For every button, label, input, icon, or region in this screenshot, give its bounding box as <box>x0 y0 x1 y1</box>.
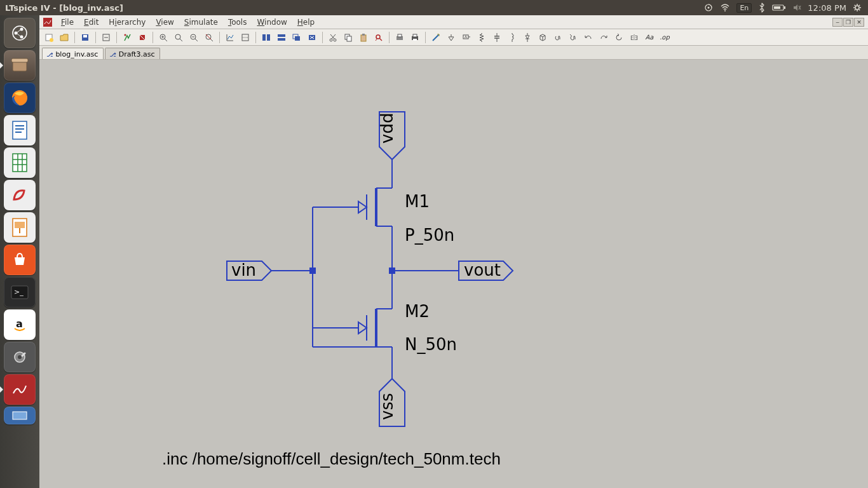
svg-point-78 <box>330 39 332 41</box>
zoom-fit-icon[interactable] <box>202 31 216 44</box>
move-icon[interactable] <box>551 31 565 44</box>
tab-blog-inv[interactable]: ⎇ blog_inv.asc <box>42 48 104 59</box>
redo-icon[interactable] <box>597 31 611 44</box>
pick-visible-traces-icon[interactable] <box>238 31 252 44</box>
mdi-minimize-button[interactable]: ‒ <box>832 18 843 27</box>
tile-windows-icon[interactable] <box>259 31 273 44</box>
svg-point-20 <box>20 36 24 39</box>
inductor-icon[interactable] <box>505 31 519 44</box>
draw-wire-icon[interactable] <box>429 31 443 44</box>
run-icon[interactable] <box>120 31 134 44</box>
print-icon[interactable] <box>408 31 422 44</box>
component-icon[interactable] <box>536 31 550 44</box>
svg-point-1 <box>708 7 710 9</box>
save-icon[interactable] <box>78 31 92 44</box>
svg-point-19 <box>20 28 24 31</box>
calc-icon[interactable] <box>4 147 36 178</box>
port-vin-label[interactable]: vin <box>231 261 256 280</box>
open-icon[interactable] <box>57 31 71 44</box>
mirror-icon[interactable]: EE <box>627 31 641 44</box>
svg-text:E: E <box>630 35 634 41</box>
m2-name[interactable]: M2 <box>405 302 430 321</box>
cascade-icon[interactable] <box>290 31 304 44</box>
m2-model[interactable]: N_50n <box>405 335 457 354</box>
svg-line-87 <box>379 38 382 41</box>
tab-draft3[interactable]: ⎇ Draft3.asc <box>105 48 160 59</box>
language-indicator[interactable]: En <box>736 3 752 13</box>
resistor-icon[interactable] <box>475 31 489 44</box>
bluetooth-icon[interactable] <box>758 3 766 13</box>
menu-simulate[interactable]: Simulate <box>180 17 222 28</box>
m1-name[interactable]: M1 <box>405 192 430 211</box>
rotate-icon[interactable] <box>612 31 626 44</box>
menu-hierarchy[interactable]: Hierarchy <box>105 17 149 28</box>
schematic-canvas[interactable]: vdd vss vin vout M1 P_50n M2 N_50n .inc … <box>39 60 868 488</box>
software-center-icon[interactable] <box>4 245 36 275</box>
mdi-restore-button[interactable]: ❐ <box>843 18 853 27</box>
ground-icon[interactable] <box>444 31 458 44</box>
app-generic-icon[interactable] <box>4 407 36 424</box>
svg-text:a: a <box>16 318 23 330</box>
pan-icon[interactable] <box>172 31 186 44</box>
files-icon[interactable] <box>4 50 36 81</box>
port-vss-label[interactable]: vss <box>377 393 397 420</box>
paste-icon[interactable] <box>356 31 370 44</box>
wifi-icon[interactable] <box>720 3 730 13</box>
halt-icon[interactable] <box>135 31 149 44</box>
schematic-svg: vdd vss vin vout M1 P_50n M2 N_50n <box>39 60 868 488</box>
drag-icon[interactable] <box>566 31 580 44</box>
label-net-icon[interactable]: A <box>459 31 473 44</box>
terminal-icon[interactable]: >_ <box>4 277 36 308</box>
undo-icon[interactable] <box>581 31 595 44</box>
impress-icon[interactable] <box>4 212 36 243</box>
menu-edit[interactable]: Edit <box>80 17 102 28</box>
svg-line-93 <box>433 34 439 41</box>
system-settings-icon[interactable] <box>4 342 36 372</box>
spice-directive-text[interactable]: .inc /home/signoff/cell_design/tech_50nm… <box>162 449 501 469</box>
writer-icon[interactable] <box>4 115 36 146</box>
svg-rect-85 <box>362 34 365 36</box>
menu-tools[interactable]: Tools <box>224 17 251 28</box>
diode-icon[interactable] <box>520 31 534 44</box>
capacitor-icon[interactable] <box>490 31 504 44</box>
search-icon[interactable] <box>372 31 386 44</box>
svg-line-14 <box>859 10 860 10</box>
zoom-out-icon[interactable] <box>187 31 201 44</box>
svg-rect-26 <box>13 121 27 139</box>
svg-point-51 <box>125 34 126 36</box>
battery-icon[interactable] <box>772 4 786 11</box>
tile-horiz-icon[interactable] <box>275 31 288 44</box>
autorange-icon[interactable] <box>223 31 237 44</box>
mdi-close-button[interactable]: ✕ <box>854 18 864 27</box>
dash-icon[interactable] <box>4 18 36 48</box>
firefox-icon[interactable] <box>4 83 36 113</box>
copy-icon[interactable] <box>341 31 355 44</box>
settings-gear-icon[interactable] <box>853 3 862 12</box>
clock[interactable]: 12:08 PM <box>808 3 846 13</box>
ltspice-icon[interactable] <box>4 374 36 405</box>
menu-help[interactable]: Help <box>294 17 318 28</box>
menu-view[interactable]: View <box>152 17 177 28</box>
zoom-in-icon[interactable] <box>156 31 170 44</box>
port-vout-label[interactable]: vout <box>464 261 501 280</box>
amazon-icon[interactable]: a <box>4 309 36 340</box>
spice-directive-icon[interactable]: .op <box>658 31 672 44</box>
menu-window[interactable]: Window <box>253 17 290 28</box>
toggle-schem-icon[interactable] <box>99 31 113 44</box>
document-tabs: ⎇ blog_inv.asc ⎇ Draft3.asc <box>39 46 868 60</box>
new-schematic-icon[interactable] <box>42 31 56 44</box>
cut-icon[interactable] <box>326 31 340 44</box>
port-vdd-label[interactable]: vdd <box>377 113 397 144</box>
svg-point-8 <box>855 6 859 10</box>
volume-icon[interactable] <box>792 3 801 12</box>
place-text-icon[interactable]: Aa <box>642 31 656 44</box>
m1-model[interactable]: P_50n <box>405 226 454 245</box>
svg-line-13 <box>855 5 855 6</box>
keyboard-indicator-icon[interactable] <box>703 3 714 13</box>
close-all-icon[interactable] <box>305 31 319 44</box>
print-setup-icon[interactable] <box>393 31 407 44</box>
svg-rect-44 <box>43 18 52 27</box>
menu-file[interactable]: File <box>57 17 78 28</box>
evince-icon[interactable] <box>4 180 36 210</box>
svg-rect-91 <box>413 34 417 37</box>
